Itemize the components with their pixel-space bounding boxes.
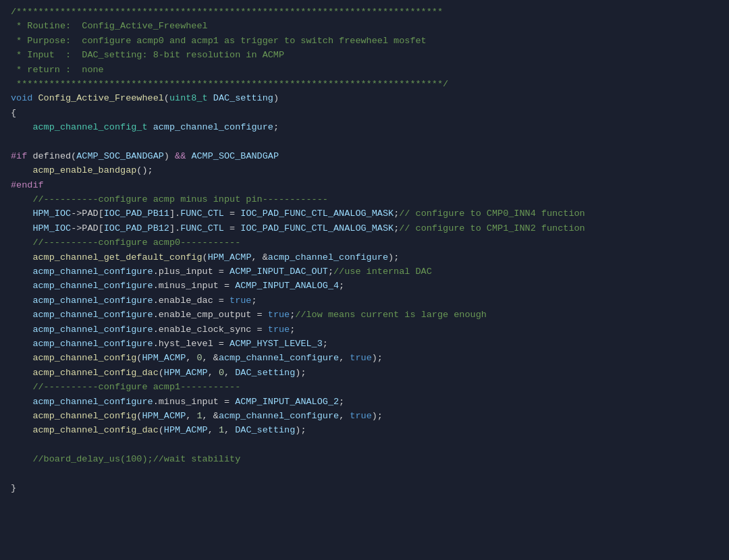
code-token: acmp_channel_configure: [32, 279, 153, 293]
code-token: IOC_PAD_FUNC_CTL_ANALOG_MASK: [240, 207, 394, 221]
code-token: [11, 410, 32, 424]
code-token: ,: [339, 352, 350, 366]
code-token: [11, 294, 32, 308]
code-line: ****************************************…: [0, 78, 729, 92]
code-token: ACMP_SOC_BANDGAP: [191, 150, 279, 164]
code-token: //----------configure acmp1-----------: [11, 381, 240, 395]
code-token: [208, 92, 213, 106]
code-token: , &: [251, 251, 267, 265]
code-token: acmp_channel_configure: [219, 410, 339, 424]
code-line: #endif: [0, 179, 729, 193]
code-token: (: [159, 424, 164, 438]
code-token: acmp_channel_configure: [32, 308, 153, 323]
code-token: );: [388, 251, 399, 265]
code-token: (: [159, 366, 164, 381]
code-line: acmp_channel_configure.enable_cmp_output…: [0, 308, 729, 323]
code-token: acmp_channel_configure: [32, 395, 153, 410]
code-token: HPM_ACMP: [164, 424, 208, 438]
code-token: (: [136, 410, 142, 424]
code-token: [11, 265, 32, 279]
code-token: [11, 366, 32, 381]
code-line: HPM_IOC->PAD[IOC_PAD_PB12].FUNC_CTL = IO…: [0, 222, 729, 236]
code-token: ->: [71, 207, 82, 221]
code-token: ACMP_INPUT_ANALOG_2: [235, 395, 339, 410]
code-token: }: [11, 482, 16, 496]
code-token: =: [224, 222, 240, 236]
code-token: uint8_t: [169, 92, 208, 106]
code-token: ACMP_HYST_LEVEL_3: [230, 337, 323, 352]
code-token: .plus_input =: [153, 265, 230, 279]
code-token: acmp_channel_config_dac: [32, 424, 158, 438]
code-line: [0, 136, 729, 150]
code-token: void: [11, 92, 32, 106]
code-line: #if defined(ACMP_SOC_BANDGAP) && ACMP_SO…: [0, 150, 729, 164]
code-token: ACMP_INPUT_ANALOG_4: [235, 279, 339, 293]
code-token: );: [295, 424, 306, 438]
code-token: ,: [186, 352, 196, 366]
code-token: acmp_channel_configure: [219, 352, 339, 366]
code-token: HPM_ACMP: [164, 366, 208, 381]
code-token: , &: [202, 352, 219, 366]
code-token: ->: [71, 222, 82, 236]
code-token: 0: [196, 352, 202, 366]
code-line: acmp_channel_configure.minus_input = ACM…: [0, 279, 729, 293]
code-token: [32, 92, 38, 106]
code-token: 0: [219, 366, 224, 381]
code-token: &&: [175, 150, 186, 164]
code-token: ,: [208, 424, 219, 438]
code-token: //use internal DAC: [333, 265, 432, 279]
code-token: [186, 150, 191, 164]
code-token: HPM_ACMP: [208, 251, 252, 265]
code-token: [11, 453, 32, 467]
code-token: ;: [339, 279, 344, 293]
code-token: * return : none: [11, 63, 104, 78]
code-token: [11, 279, 32, 293]
code-token: 1: [196, 410, 202, 424]
code-token: ): [273, 92, 279, 106]
code-line: acmp_channel_config(HPM_ACMP, 1, &acmp_c…: [0, 410, 729, 424]
code-token: ();: [136, 164, 153, 178]
code-token: DAC_setting: [235, 366, 295, 381]
code-token: acmp_channel_get_default_config: [32, 251, 202, 265]
code-token: PAD[: [82, 207, 103, 221]
code-token: * Routine: Config_Active_Freewheel: [11, 20, 208, 34]
code-token: ,: [339, 410, 350, 424]
code-token: FUNC_CTL: [180, 207, 224, 221]
code-token: true: [268, 323, 290, 337]
code-token: 1: [219, 424, 224, 438]
code-token: ;: [323, 337, 328, 352]
code-line: {: [0, 107, 729, 121]
code-line: acmp_channel_configure.plus_input = ACMP…: [0, 265, 729, 279]
code-token: );: [372, 352, 383, 366]
code-token: true: [268, 308, 290, 323]
code-line: [0, 439, 729, 453]
code-token: [11, 352, 32, 366]
code-line: acmp_channel_config_dac(HPM_ACMP, 0, DAC…: [0, 366, 729, 381]
code-token: ,: [224, 366, 235, 381]
code-token: IOC_PAD_PB11: [104, 207, 169, 221]
code-token: .enable_dac =: [153, 294, 230, 308]
code-token: (: [202, 251, 208, 265]
code-token: [11, 251, 32, 265]
code-token: ;: [394, 222, 399, 236]
code-token: (: [136, 352, 142, 366]
code-token: ;: [339, 395, 344, 410]
code-token: true: [350, 352, 371, 366]
code-token: #if: [11, 150, 27, 164]
code-line: * Routine: Config_Active_Freewheel: [0, 20, 729, 34]
code-token: * Input : DAC_setting: 8-bit resolution …: [11, 49, 284, 63]
code-line: //----------configure acmp minus input p…: [0, 193, 729, 207]
code-token: //low means current is large enough: [295, 308, 487, 323]
code-token: ;: [290, 308, 295, 323]
code-token: #endif: [11, 179, 44, 193]
code-token: ,: [186, 410, 196, 424]
code-line: acmp_channel_configure.hyst_level = ACMP…: [0, 337, 729, 352]
code-token: ACMP_SOC_BANDGAP: [76, 150, 164, 164]
code-line: acmp_channel_configure.enable_clock_sync…: [0, 323, 729, 337]
code-token: true: [230, 294, 251, 308]
code-token: .enable_cmp_output =: [153, 308, 268, 323]
code-token: acmp_channel_configure: [268, 251, 388, 265]
code-line: /***************************************…: [0, 5, 729, 20]
code-token: HPM_IOC: [32, 222, 71, 236]
code-token: acmp_channel_configure: [32, 323, 153, 337]
